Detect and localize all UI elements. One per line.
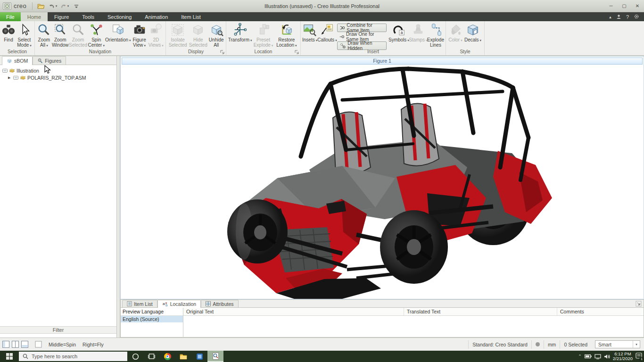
layout-split-vertical-icon[interactable] xyxy=(12,341,19,348)
undo-dropdown-arrow[interactable]: ▾ xyxy=(56,4,58,8)
maximize-button[interactable]: ▢ xyxy=(618,1,631,11)
select-mode-button[interactable]: Select Mode xyxy=(16,22,33,49)
figures-pin-icon xyxy=(37,58,43,64)
dropdown-arrow xyxy=(143,42,146,48)
draw-one-for-same-item-toggle[interactable]: Draw One for Same Item xyxy=(337,33,387,41)
settings-gear-icon[interactable] xyxy=(634,13,639,21)
camera-icon xyxy=(132,23,147,37)
assembly-icon xyxy=(9,68,15,74)
tab-home[interactable]: Home xyxy=(21,12,48,21)
column-original-text[interactable]: Original Text xyxy=(183,308,404,315)
orientation-button[interactable]: Orientation xyxy=(105,22,131,49)
structure-panel: sBOM Figures Illustration ▶ POLARIS_RZR_… xyxy=(0,56,117,337)
location-dialog-launcher[interactable] xyxy=(295,50,299,54)
units-indicator[interactable]: mm xyxy=(544,340,560,349)
zoom-all-button[interactable]: Zoom All xyxy=(36,22,52,49)
group-navigation: Zoom All Zoom Window Zoom Selected Spin … xyxy=(35,21,166,55)
tab-item-list-panel[interactable]: Item List xyxy=(122,300,157,307)
column-comments[interactable]: Comments xyxy=(557,308,644,315)
panel-corner-icon[interactable] xyxy=(636,301,642,307)
layout-bottom-panel-icon[interactable] xyxy=(21,341,28,348)
tab-sbom[interactable]: sBOM xyxy=(2,56,33,65)
tab-animation[interactable]: Animation xyxy=(138,12,174,21)
column-translated-text[interactable]: Translated Text xyxy=(404,308,557,315)
viewport-checkbox[interactable] xyxy=(35,341,42,348)
decals-button[interactable]: Decals xyxy=(463,22,482,49)
cursor-icon xyxy=(17,23,32,37)
dropdown-arrow xyxy=(460,37,462,42)
redo-dropdown-arrow[interactable]: ▾ xyxy=(67,4,69,8)
tab-figure[interactable]: Figure xyxy=(48,12,75,21)
layout-left-panel-icon[interactable] xyxy=(2,341,9,348)
transform-button[interactable]: Transform xyxy=(228,22,252,49)
hint-middle-spin: Middle=Spin xyxy=(49,342,76,347)
smart-selection-dropdown[interactable]: Smart ▾ xyxy=(595,340,640,348)
group-label-selection: Selection xyxy=(0,49,34,55)
speaker-icon[interactable] xyxy=(604,354,610,359)
callouts-button[interactable]: Callouts xyxy=(317,22,337,49)
chrome-icon[interactable] xyxy=(159,351,175,362)
redo-button[interactable]: ▾ xyxy=(60,2,69,10)
figure-viewport[interactable]: Figure 1 xyxy=(120,56,644,299)
close-button[interactable]: ✕ xyxy=(631,1,644,11)
panel-splitter[interactable] xyxy=(117,56,120,337)
group-label-navigation: Navigation xyxy=(35,49,165,55)
combine-for-same-item-toggle[interactable]: Combine for Same Item xyxy=(337,24,387,32)
task-view-icon[interactable] xyxy=(143,351,159,362)
draw-one-icon xyxy=(339,34,344,40)
insets-button[interactable]: Insets xyxy=(302,22,317,49)
3d-model-polaris-rzr[interactable] xyxy=(121,57,644,300)
hide-selected-button: Hide Selected xyxy=(188,22,208,49)
spin-center-icon xyxy=(89,23,103,37)
tab-item-list[interactable]: Item List xyxy=(174,12,207,21)
bottom-panel: Item List ab Localization Attributes Pre… xyxy=(120,299,644,337)
taskbar-search-box[interactable]: Type here to search xyxy=(19,352,127,361)
tab-tools[interactable]: Tools xyxy=(75,12,101,21)
explode-lines-button[interactable]: Explode Lines xyxy=(427,22,444,49)
figure-view-button[interactable]: Figure View xyxy=(131,22,148,49)
network-icon[interactable] xyxy=(594,354,601,359)
blue-app-icon[interactable] xyxy=(191,351,207,362)
language-row-english[interactable]: English (Source) xyxy=(121,316,183,322)
file-explorer-icon[interactable] xyxy=(175,351,191,362)
tab-sectioning[interactable]: Sectioning xyxy=(101,12,138,21)
attributes-icon xyxy=(206,301,211,306)
symbols-button[interactable]: a Symbols xyxy=(388,22,409,49)
user-icon[interactable] xyxy=(616,13,621,21)
2d-views-icon xyxy=(149,23,163,37)
zoom-window-button[interactable]: Zoom Window xyxy=(52,22,69,49)
tab-attributes-panel[interactable]: Attributes xyxy=(201,300,238,307)
cortana-icon[interactable] xyxy=(127,351,143,362)
notification-badge: 1 xyxy=(639,357,644,362)
start-button[interactable] xyxy=(0,351,19,362)
windows-taskbar: Type here to search ⌃ 6:12 PM 2/21/2020 … xyxy=(0,351,644,362)
tree-item-polaris-asm[interactable]: ▶ POLARIS_RZR_TOP.ASM xyxy=(2,74,116,81)
find-button[interactable]: Find xyxy=(1,22,16,49)
battery-icon[interactable] xyxy=(585,354,592,359)
display-dialog-launcher[interactable] xyxy=(220,50,224,54)
tree-expand-icon[interactable]: ▶ xyxy=(8,76,12,80)
unhide-all-button[interactable]: Unhide All xyxy=(208,22,224,49)
tab-localization-panel[interactable]: ab Localization xyxy=(157,300,201,308)
dropdown-arrow[interactable]: ▾ xyxy=(633,341,640,348)
tree-item-illustration[interactable]: Illustration xyxy=(2,67,116,74)
creo-illustrate-taskbar-icon[interactable] xyxy=(207,351,223,362)
restore-location-button[interactable]: Restore Location xyxy=(274,22,299,49)
minimize-button[interactable]: ─ xyxy=(604,1,618,11)
undo-button[interactable]: ▾ xyxy=(49,2,57,10)
taskbar-clock[interactable]: 6:12 PM 2/21/2020 xyxy=(613,352,633,361)
figure-title-bar[interactable]: Figure 1 xyxy=(122,58,643,65)
tab-file[interactable]: File xyxy=(0,12,21,21)
customize-quick-access-button[interactable] xyxy=(72,2,81,10)
tray-chevron-icon[interactable]: ⌃ xyxy=(578,354,582,359)
collapse-ribbon-button[interactable]: ▴ xyxy=(609,15,611,19)
filter-bar[interactable]: Filter xyxy=(0,326,116,334)
open-file-button[interactable] xyxy=(37,2,45,10)
spin-center-button[interactable]: Spin Center xyxy=(87,22,105,49)
hide-icon xyxy=(191,23,205,37)
zoom-window-icon xyxy=(53,23,67,37)
notification-center-icon[interactable]: 1 xyxy=(636,352,642,361)
tab-figures[interactable]: Figures xyxy=(33,56,66,65)
status-dot-icon xyxy=(536,342,540,346)
help-button[interactable]: ? xyxy=(626,14,629,20)
